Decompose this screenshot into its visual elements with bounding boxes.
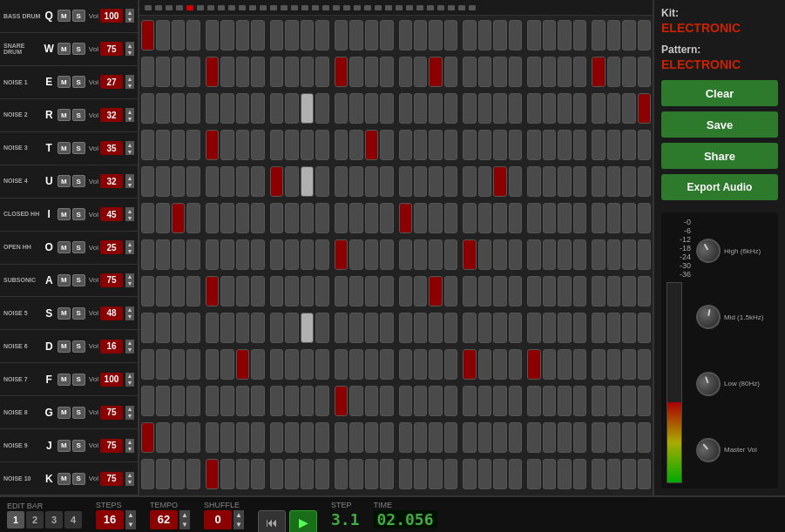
grid-cell-10-8[interactable] xyxy=(270,386,283,416)
grid-cell-7-3[interactable] xyxy=(186,276,200,306)
grid-cell-9-17[interactable] xyxy=(414,349,427,380)
grid-cell-12-11[interactable] xyxy=(315,459,328,489)
grid-cell-9-21[interactable] xyxy=(478,349,491,380)
grid-cell-3-3[interactable] xyxy=(186,130,200,160)
grid-cell-6-8[interactable] xyxy=(270,239,283,270)
grid-cell-12-23[interactable] xyxy=(509,459,522,489)
grid-cell-1-27[interactable] xyxy=(573,57,586,87)
mute-btn-6[interactable]: M xyxy=(58,208,71,220)
grid-cell-6-10[interactable] xyxy=(301,239,314,270)
grid-cell-6-2[interactable] xyxy=(172,239,185,270)
grid-cell-1-28[interactable] xyxy=(592,57,605,87)
grid-cell-8-11[interactable] xyxy=(315,313,328,343)
grid-cell-3-10[interactable] xyxy=(301,130,314,160)
export-audio-button[interactable]: Export Audio xyxy=(661,174,778,200)
grid-cell-9-26[interactable] xyxy=(558,349,571,380)
vol-down-2[interactable]: ▼ xyxy=(125,82,134,89)
grid-cell-11-5[interactable] xyxy=(220,422,233,453)
solo-btn-4[interactable]: S xyxy=(72,142,85,154)
grid-cell-1-9[interactable] xyxy=(285,57,298,87)
grid-cell-0-12[interactable] xyxy=(335,20,348,51)
grid-cell-8-2[interactable] xyxy=(172,313,185,343)
grid-cell-10-31[interactable] xyxy=(638,386,651,416)
grid-cell-12-17[interactable] xyxy=(414,459,427,489)
grid-cell-3-26[interactable] xyxy=(558,130,571,160)
grid-cell-12-14[interactable] xyxy=(365,459,378,489)
vol-down-0[interactable]: ▼ xyxy=(125,16,134,23)
grid-cell-12-31[interactable] xyxy=(638,459,651,489)
grid-cell-12-1[interactable] xyxy=(156,459,169,489)
grid-cell-12-15[interactable] xyxy=(380,459,393,489)
grid-cell-12-20[interactable] xyxy=(463,459,476,489)
grid-cell-2-6[interactable] xyxy=(236,93,249,124)
grid-cell-10-26[interactable] xyxy=(558,386,571,416)
grid-cell-4-16[interactable] xyxy=(399,166,412,197)
grid-cell-7-16[interactable] xyxy=(399,276,412,306)
grid-cell-2-23[interactable] xyxy=(509,93,522,124)
grid-cell-12-3[interactable] xyxy=(186,459,200,489)
grid-cell-7-28[interactable] xyxy=(592,276,605,306)
mute-btn-2[interactable]: M xyxy=(58,76,71,88)
grid-cell-11-18[interactable] xyxy=(429,422,442,453)
shuffle-down[interactable]: ▼ xyxy=(233,520,244,529)
grid-cell-11-23[interactable] xyxy=(509,422,522,453)
grid-cell-2-3[interactable] xyxy=(186,93,200,124)
grid-cell-1-26[interactable] xyxy=(558,57,571,87)
grid-cell-3-22[interactable] xyxy=(493,130,506,160)
grid-cell-7-15[interactable] xyxy=(380,276,393,306)
grid-cell-2-8[interactable] xyxy=(270,93,283,124)
grid-cell-5-10[interactable] xyxy=(301,203,314,233)
grid-cell-0-16[interactable] xyxy=(399,20,412,51)
grid-cell-7-9[interactable] xyxy=(285,276,298,306)
grid-cell-11-20[interactable] xyxy=(463,422,476,453)
grid-cell-12-12[interactable] xyxy=(335,459,348,489)
grid-cell-5-28[interactable] xyxy=(592,203,605,233)
grid-cell-9-7[interactable] xyxy=(251,349,264,380)
grid-cell-1-0[interactable] xyxy=(141,57,154,87)
rewind-button[interactable]: ⏮ xyxy=(258,510,286,533)
grid-cell-2-19[interactable] xyxy=(444,93,457,124)
tempo-down[interactable]: ▼ xyxy=(179,520,190,529)
grid-cell-4-11[interactable] xyxy=(315,166,328,197)
vol-down-9[interactable]: ▼ xyxy=(125,313,134,320)
grid-cell-4-5[interactable] xyxy=(220,166,233,197)
grid-cell-3-6[interactable] xyxy=(236,130,249,160)
grid-cell-5-2[interactable] xyxy=(172,203,185,233)
grid-cell-6-30[interactable] xyxy=(622,239,635,270)
grid-cell-12-25[interactable] xyxy=(543,459,556,489)
mute-btn-1[interactable]: M xyxy=(58,43,71,55)
grid-cell-6-4[interactable] xyxy=(206,239,219,270)
grid-cell-10-30[interactable] xyxy=(622,386,635,416)
grid-cell-5-19[interactable] xyxy=(444,203,457,233)
grid-cell-1-13[interactable] xyxy=(349,57,362,87)
grid-cell-11-24[interactable] xyxy=(527,422,540,453)
grid-cell-6-7[interactable] xyxy=(251,239,264,270)
grid-cell-11-22[interactable] xyxy=(493,422,506,453)
vol-down-7[interactable]: ▼ xyxy=(125,247,134,254)
grid-cell-11-30[interactable] xyxy=(622,422,635,453)
grid-cell-0-21[interactable] xyxy=(478,20,491,51)
mute-btn-12[interactable]: M xyxy=(58,407,71,419)
grid-cell-3-15[interactable] xyxy=(380,130,393,160)
vol-up-11[interactable]: ▲ xyxy=(125,373,134,380)
grid-cell-11-31[interactable] xyxy=(638,422,651,453)
grid-cell-11-4[interactable] xyxy=(206,422,219,453)
grid-cell-5-20[interactable] xyxy=(463,203,476,233)
grid-cell-10-15[interactable] xyxy=(380,386,393,416)
grid-cell-4-29[interactable] xyxy=(607,166,620,197)
grid-cell-2-18[interactable] xyxy=(429,93,442,124)
bar-tab-1[interactable]: 1 xyxy=(7,511,24,529)
grid-cell-12-16[interactable] xyxy=(399,459,412,489)
bar-tab-3[interactable]: 3 xyxy=(45,511,63,529)
grid-cell-3-21[interactable] xyxy=(478,130,491,160)
grid-cell-1-16[interactable] xyxy=(399,57,412,87)
grid-cell-4-14[interactable] xyxy=(365,166,378,197)
grid-cell-3-5[interactable] xyxy=(220,130,233,160)
master-vol-knob[interactable] xyxy=(691,433,725,467)
grid-cell-7-11[interactable] xyxy=(315,276,328,306)
grid-cell-6-17[interactable] xyxy=(414,239,427,270)
grid-cell-8-10[interactable] xyxy=(301,313,314,343)
grid-cell-12-13[interactable] xyxy=(349,459,362,489)
grid-cell-10-20[interactable] xyxy=(463,386,476,416)
grid-cell-5-25[interactable] xyxy=(543,203,556,233)
